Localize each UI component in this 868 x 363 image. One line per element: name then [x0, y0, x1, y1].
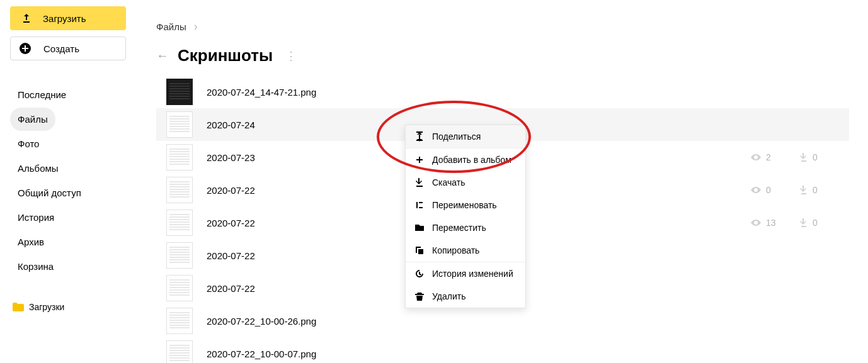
file-thumbnail	[166, 340, 193, 363]
upload-button-label: Загрузить	[43, 13, 86, 24]
create-button[interactable]: Создать	[10, 36, 126, 60]
file-thumbnail	[166, 275, 193, 301]
folder-icon	[13, 303, 24, 311]
file-thumbnail	[166, 177, 193, 203]
sidebar-item-files[interactable]: Файлы	[10, 108, 55, 131]
create-button-label: Создать	[43, 43, 79, 54]
context-menu-rename[interactable]: Переименовать	[406, 194, 525, 216]
context-menu-label: Удалить	[432, 291, 465, 301]
add-to-album-icon	[414, 155, 425, 165]
downloads-stat: 0	[800, 185, 826, 195]
main: Файлы › ← Скриншоты ⋮ 2020-07-24_14-47-2…	[156, 0, 868, 363]
context-menu-label: Добавить в альбом	[432, 155, 511, 165]
file-row[interactable]: 2020-07-24_14-47-21.png	[156, 75, 849, 108]
file-stats: 2 0	[751, 152, 826, 162]
sidebar-item-photo[interactable]: Фото	[10, 132, 48, 155]
context-menu-label: Копировать	[432, 245, 479, 255]
file-name: 2020-07-22_10-00-26.png	[207, 316, 826, 327]
download-icon	[800, 218, 808, 227]
share-icon	[414, 131, 425, 142]
context-menu-download[interactable]: Скачать	[406, 171, 525, 194]
file-stats: 0 0	[751, 185, 826, 195]
file-thumbnail	[166, 209, 193, 236]
sidebar-item-recent[interactable]: Последние	[10, 83, 74, 106]
breadcrumb: Файлы ›	[156, 0, 868, 33]
sidebar: Загрузить Создать Последние Файлы Фото А…	[0, 0, 137, 363]
views-stat: 2	[751, 152, 777, 162]
page-title: Скриншоты	[178, 46, 273, 65]
views-stat: 0	[751, 185, 777, 195]
context-menu-delete[interactable]: Удалить	[406, 285, 525, 308]
file-thumbnail	[166, 242, 193, 269]
rename-icon	[414, 200, 425, 210]
back-arrow-icon[interactable]: ←	[156, 48, 169, 63]
copy-icon	[414, 245, 425, 255]
file-name: 2020-07-24_14-47-21.png	[207, 87, 826, 98]
more-options-icon[interactable]: ⋮	[285, 49, 297, 63]
context-menu: Поделиться Добавить в альбом Скачать Пер…	[405, 125, 526, 308]
file-row[interactable]: 2020-07-22_10-00-07.png	[156, 337, 849, 363]
context-menu-label: Скачать	[432, 177, 465, 187]
context-menu-add-to-album[interactable]: Добавить в альбом	[406, 148, 525, 171]
file-name: 2020-07-22_10-00-07.png	[207, 349, 826, 359]
download-icon	[414, 177, 425, 187]
upload-icon	[21, 13, 31, 23]
sidebar-folder-downloads[interactable]: Загрузки	[10, 298, 127, 316]
context-menu-share[interactable]: Поделиться	[406, 125, 525, 148]
download-icon	[800, 153, 808, 162]
sidebar-nav: Последние Файлы Фото Альбомы Общий досту…	[10, 83, 127, 278]
file-thumbnail	[166, 111, 193, 138]
file-row[interactable]: 2020-07-22_10-00-26.png	[156, 304, 849, 337]
sidebar-folders: Загрузки	[10, 298, 127, 316]
eye-icon	[751, 187, 761, 193]
sidebar-folder-label: Загрузки	[29, 302, 64, 312]
plus-circle-icon	[20, 43, 31, 54]
context-menu-move[interactable]: Переместить	[406, 216, 525, 239]
file-thumbnail	[166, 79, 193, 105]
download-icon	[800, 186, 808, 194]
context-menu-label: Поделиться	[432, 131, 481, 142]
context-menu-label: Переместить	[432, 223, 486, 233]
sidebar-item-shared[interactable]: Общий доступ	[10, 181, 89, 204]
context-menu-version-history[interactable]: История изменений	[406, 262, 525, 285]
eye-icon	[751, 220, 761, 226]
sidebar-item-history[interactable]: История	[10, 206, 62, 229]
upload-button[interactable]: Загрузить	[10, 6, 126, 30]
context-menu-label: История изменений	[432, 269, 513, 279]
file-thumbnail	[166, 144, 193, 170]
context-menu-label: Переименовать	[432, 200, 497, 210]
downloads-stat: 0	[800, 218, 826, 228]
file-thumbnail	[166, 308, 193, 334]
downloads-stat: 0	[800, 152, 826, 162]
sidebar-item-archive[interactable]: Архив	[10, 230, 52, 254]
breadcrumb-item[interactable]: Файлы	[156, 21, 186, 32]
move-icon	[414, 223, 425, 233]
sidebar-item-trash[interactable]: Корзина	[10, 255, 61, 278]
trash-icon	[414, 291, 425, 301]
chevron-right-icon: ›	[194, 20, 198, 33]
file-stats: 13 0	[751, 218, 826, 228]
sidebar-item-albums[interactable]: Альбомы	[10, 157, 66, 180]
history-icon	[414, 269, 425, 279]
context-menu-copy[interactable]: Копировать	[406, 239, 525, 262]
eye-icon	[751, 154, 761, 160]
views-stat: 13	[751, 218, 777, 228]
